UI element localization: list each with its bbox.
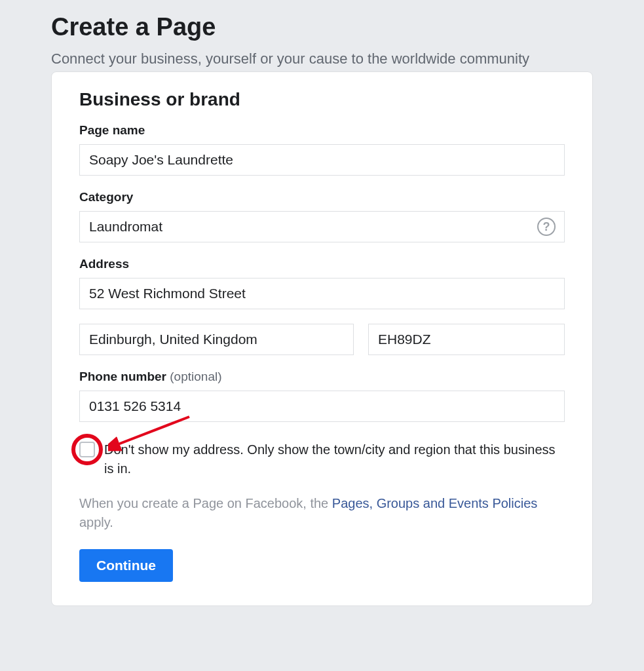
- category-input[interactable]: [79, 211, 565, 242]
- policy-link[interactable]: Pages, Groups and Events Policies: [332, 496, 538, 510]
- page-name-input[interactable]: [79, 144, 565, 176]
- page-name-group: Page name: [79, 123, 565, 176]
- form-card: Business or brand Page name Category ? A…: [51, 71, 593, 606]
- help-icon[interactable]: ?: [537, 218, 556, 236]
- category-label: Category: [79, 190, 565, 204]
- street-input[interactable]: [79, 278, 565, 309]
- category-group: Category ?: [79, 190, 565, 242]
- phone-label-text: Phone number: [79, 370, 166, 383]
- address-label: Address: [79, 257, 565, 271]
- policy-text: When you create a Page on Facebook, the …: [79, 494, 565, 532]
- page-title: Create a Page: [51, 13, 593, 41]
- policy-suffix: apply.: [79, 515, 113, 529]
- phone-optional-text: (optional): [166, 370, 222, 383]
- hide-address-checkbox[interactable]: [79, 442, 95, 457]
- address-group: Address: [79, 257, 565, 355]
- hide-address-row: Don't show my address. Only show the tow…: [79, 440, 565, 478]
- city-input[interactable]: [79, 324, 354, 355]
- phone-group: Phone number (optional): [79, 370, 565, 422]
- phone-input[interactable]: [79, 391, 565, 422]
- policy-prefix: When you create a Page on Facebook, the: [79, 496, 332, 510]
- hide-address-label: Don't show my address. Only show the tow…: [104, 440, 565, 478]
- continue-button[interactable]: Continue: [79, 549, 173, 582]
- page-name-label: Page name: [79, 123, 565, 138]
- phone-label: Phone number (optional): [79, 370, 565, 384]
- page-subtitle: Connect your business, yourself or your …: [51, 50, 593, 67]
- zip-input[interactable]: [368, 324, 565, 355]
- section-title: Business or brand: [79, 89, 565, 110]
